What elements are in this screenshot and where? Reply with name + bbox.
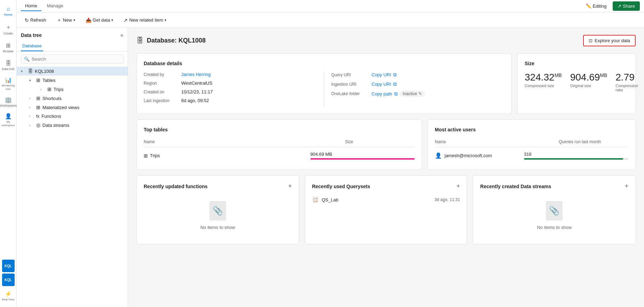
db-title-icon: 🗄 [136, 37, 143, 45]
size-metrics: 324.32MB Compressed size 904.69MB Origin… [525, 72, 628, 92]
sidebar-tab-database[interactable]: Database [21, 41, 43, 51]
copy-path[interactable]: Copy path [372, 91, 392, 97]
nav-item-home-label: Home [4, 13, 12, 16]
tree-item-matviews[interactable]: › ⊞ Materialized views [22, 103, 128, 112]
qs-name[interactable]: QS_Lab [322, 197, 432, 202]
sidebar-title: Data tree [21, 32, 42, 38]
workspaces-icon: 🏢 [5, 97, 12, 103]
original-size-metric: 904.69MB Original size [570, 72, 607, 92]
middle-cards-row: Top tables Name Size ⊞ Trips 904.69 MB [136, 120, 636, 170]
tree-item-tables[interactable]: ▾ ⊞ Tables [22, 76, 128, 85]
datastreams-empty-text: No items to show [537, 225, 572, 230]
top-bar: Home Manage ✏️ Editing ↗ Share [17, 0, 644, 13]
explore-your-data-button[interactable]: ⊡ Explore your data [583, 35, 636, 46]
nav-bottom: KQL KQL ⚡ Real-Time [1, 260, 15, 307]
get-data-button[interactable]: 📥 Get data ▾ [82, 15, 117, 25]
nav-bottom-kql1[interactable]: KQL [2, 260, 15, 272]
compression-ratio-label: Compression ratio [615, 84, 638, 92]
nav-item-realtime[interactable]: ⚡ Real-Time [1, 287, 15, 304]
querysets-card: Recently used Querysets + 📋 QS_Lab 3d ag… [305, 175, 468, 244]
matviews-icon: ⊞ [36, 105, 40, 110]
functions-empty-icon: 📎 [209, 201, 226, 221]
pencil-icon: ✏️ [586, 3, 591, 9]
compression-ratio-metric: 2.79 Compression ratio [615, 72, 638, 92]
size-card-title: Size [525, 61, 628, 66]
share-button[interactable]: ↗ Share [613, 1, 640, 11]
new-related-icon: ↗ [124, 17, 128, 23]
nav-bottom-kql2[interactable]: KQL [2, 274, 15, 286]
functions-add-button[interactable]: + [288, 183, 292, 190]
shortcuts-icon: ⊞ [36, 95, 40, 101]
nav-item-browse-label: Browse [3, 49, 13, 53]
nav-item-monitoring[interactable]: 📊 Monitoring hub [1, 75, 15, 92]
nav-item-myworkspace[interactable]: 👤 My workspace [1, 112, 15, 128]
tree-chevron-tables: ▾ [29, 78, 34, 82]
tree-chevron-functions: › [29, 114, 34, 118]
db-details-title: Database details [144, 61, 504, 66]
datastreams-add-button[interactable]: + [625, 183, 629, 190]
region-value: WestCentralUS [181, 80, 212, 86]
top-tables-title: Top tables [144, 127, 415, 132]
user-row-jamesh: 👤 jamesh@microsoft.com 316 [435, 149, 628, 162]
copy-path-icon[interactable]: ⧉ [394, 91, 398, 97]
datastreams-empty-icon: 📎 [546, 201, 563, 221]
copy-ingestion-uri[interactable]: Copy URI [372, 82, 391, 87]
tree-item-shortcuts[interactable]: › ⊞ Shortcuts [22, 94, 128, 103]
inactive-badge[interactable]: Inactive ✎ [400, 91, 424, 97]
explore-icon: ⊡ [589, 38, 593, 43]
user-progress-bar [524, 158, 628, 160]
active-users-title: Most active users [435, 127, 628, 132]
copy-query-uri[interactable]: Copy URI [372, 72, 391, 77]
monitoring-icon: 📊 [5, 77, 12, 83]
main-area: Home Manage ✏️ Editing ↗ Share ↻ Refresh… [17, 0, 644, 307]
tree-label-matviews: Materialized views [42, 105, 124, 110]
original-size-value: 904.69MB [570, 72, 607, 83]
copy-query-uri-icon[interactable]: ⧉ [393, 72, 397, 78]
tab-home[interactable]: Home [21, 1, 41, 11]
tree-item-functions[interactable]: › fx Functions [22, 112, 128, 121]
tree-item-trips[interactable]: › ⊞ Trips [28, 85, 128, 94]
tree-item-kql1008[interactable]: ▾ 🗄 KQL1008 [17, 67, 128, 76]
nav-item-home[interactable]: ⌂ Home [1, 3, 15, 20]
nav-item-create[interactable]: ＋ Create [1, 21, 15, 38]
table-row-trips: ⊞ Trips 904.69 MB [144, 149, 415, 162]
functions-card-title: Recently updated functions [144, 184, 208, 189]
content-area: Data tree « Database 🔍 ▾ 🗄 KQL1008 ▾ ⊞ [17, 28, 644, 307]
new-button[interactable]: ＋ New ▾ [53, 15, 79, 25]
myworkspace-icon: 👤 [5, 113, 12, 120]
sidebar: Data tree « Database 🔍 ▾ 🗄 KQL1008 ▾ ⊞ [17, 28, 128, 307]
tree-children-tables: › ⊞ Trips [22, 85, 128, 94]
compression-ratio-number: 2.79 [615, 72, 635, 83]
sidebar-collapse-button[interactable]: « [120, 32, 124, 38]
share-label: Share [623, 3, 635, 9]
compressed-size-unit: MB [555, 72, 562, 78]
created-by-value[interactable]: James Herring [181, 72, 211, 77]
editing-button[interactable]: ✏️ Editing [582, 2, 610, 10]
tables-col-name: Name [144, 139, 345, 144]
top-cards-row: Database details Created by James Herrin… [136, 53, 636, 114]
refresh-button[interactable]: ↻ Refresh [21, 15, 50, 25]
new-related-label: New related item [129, 17, 163, 23]
new-related-button[interactable]: ↗ New related item ▾ [120, 15, 170, 25]
tree-chevron-kql1008: ▾ [21, 69, 26, 73]
original-size-label: Original size [570, 84, 607, 88]
querysets-add-button[interactable]: + [456, 183, 460, 190]
tree-item-datastreams[interactable]: › ◎ Data streams [22, 121, 128, 130]
querysets-card-title: Recently used Querysets [312, 184, 370, 189]
nav-item-browse[interactable]: ⊞ Browse [1, 39, 15, 56]
new-chevron: ▾ [73, 18, 75, 22]
tab-manage[interactable]: Manage [43, 1, 67, 11]
region-label: Region [144, 81, 178, 86]
datastreams-empty-state: 📎 No items to show [480, 194, 628, 237]
nav-item-datahub[interactable]: 🗄 Data hub [1, 57, 15, 74]
datastreams-icon: ◎ [36, 122, 40, 128]
datastreams-card-header: Recently created Data streams + [480, 183, 628, 190]
nav-item-workspaces[interactable]: 🏢 Workspaces [1, 93, 15, 110]
copy-ingestion-uri-icon[interactable]: ⧉ [393, 81, 397, 87]
users-col-queries: Queries run last month [559, 139, 628, 144]
search-input[interactable] [32, 56, 120, 62]
user-queries-area: 316 [524, 152, 628, 160]
tables-col-size: Size [345, 139, 415, 144]
page-title: Database: KQL1008 [147, 37, 206, 44]
created-on-label: Created on [144, 90, 178, 94]
